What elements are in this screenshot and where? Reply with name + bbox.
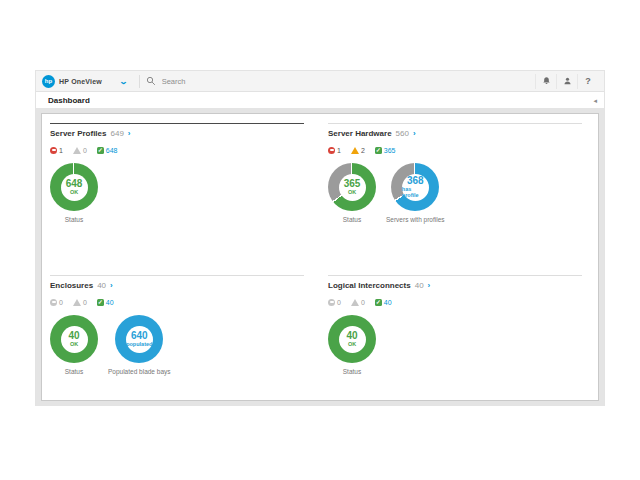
- ok-count-group[interactable]: 40: [375, 299, 392, 306]
- donut-ring: 40 OK: [50, 315, 98, 363]
- help-icon[interactable]: ?: [577, 74, 598, 89]
- warning-status-icon: [73, 299, 81, 306]
- notifications-bell-icon[interactable]: [535, 74, 556, 89]
- section-server-hardware: Server Hardware 560 › 1 2: [320, 114, 598, 266]
- top-bar: hp HP OneView ⌄: [36, 71, 604, 92]
- ok-count-group[interactable]: 40: [97, 299, 114, 306]
- critical-count-group[interactable]: 1: [328, 147, 341, 154]
- profiles-donut-chart[interactable]: 368 has profile Servers with profiles: [386, 163, 445, 223]
- section-count-link[interactable]: 560: [396, 129, 409, 138]
- search-box: [146, 76, 535, 87]
- divider: [139, 75, 140, 88]
- chevron-right-icon[interactable]: ›: [128, 129, 131, 138]
- critical-count-group[interactable]: 0: [328, 299, 341, 306]
- breadcrumb-row: Dashboard ◂: [36, 92, 604, 108]
- warning-status-icon: [351, 147, 359, 154]
- search-icon: [146, 76, 156, 86]
- warning-status-icon: [73, 147, 81, 154]
- ok-status-icon: [375, 147, 382, 154]
- donut-ring: 40 OK: [328, 315, 376, 363]
- chevron-right-icon[interactable]: ›: [110, 281, 113, 290]
- section-logical-interconnects: Logical Interconnects 40 › 0 0: [320, 266, 598, 400]
- section-title: Server Profiles: [50, 129, 106, 138]
- screenshot-canvas: hp HP OneView ⌄: [0, 0, 640, 480]
- donut-label: Status: [343, 368, 361, 375]
- status-summary-row: 0 0 40: [50, 298, 304, 306]
- donut-label: Status: [65, 368, 83, 375]
- status-summary-row: 1 0 648: [50, 146, 304, 154]
- donut-label: Status: [65, 216, 83, 223]
- ok-status-icon: [375, 299, 382, 306]
- hp-logo-icon: hp: [42, 75, 55, 88]
- donut-ring: 640 populated: [115, 315, 163, 363]
- app-name: HP OneView: [59, 78, 102, 85]
- hp-oneview-app-window: hp HP OneView ⌄: [35, 70, 605, 406]
- section-enclosures: Enclosures 40 › 0 0: [42, 266, 320, 400]
- warning-count-group[interactable]: 0: [73, 147, 87, 154]
- critical-status-icon: [328, 147, 335, 154]
- ok-count-group[interactable]: 365: [375, 147, 396, 154]
- donut-label: Servers with profiles: [386, 216, 445, 223]
- user-account-icon[interactable]: [556, 74, 577, 89]
- status-donut-chart[interactable]: 40 OK Status: [328, 315, 376, 375]
- critical-count-group[interactable]: 1: [50, 147, 63, 154]
- section-divider: [328, 123, 582, 124]
- top-bar-icons: ?: [535, 74, 604, 89]
- section-server-profiles: Server Profiles 649 › 1 0: [42, 114, 320, 266]
- search-input[interactable]: [160, 76, 364, 87]
- blade-bays-donut-chart[interactable]: 640 populated Populated blade bays: [108, 315, 171, 375]
- warning-status-icon: [351, 299, 359, 306]
- critical-status-icon: [50, 299, 57, 306]
- ok-count-group[interactable]: 648: [97, 147, 118, 154]
- section-divider: [50, 123, 304, 124]
- chevron-right-icon[interactable]: ›: [413, 129, 416, 138]
- donut-label: Populated blade bays: [108, 368, 171, 375]
- section-divider: [50, 275, 304, 276]
- warning-count-group[interactable]: 0: [351, 299, 365, 306]
- warning-count-group[interactable]: 0: [73, 299, 87, 306]
- donut-ring: 365 OK: [328, 163, 376, 211]
- app-menu-dropdown[interactable]: hp HP OneView ⌄: [36, 75, 133, 88]
- section-count-link[interactable]: 40: [97, 281, 106, 290]
- section-divider: [328, 275, 582, 276]
- dashboard-content: Server Profiles 649 › 1 0: [36, 108, 604, 406]
- ok-status-icon: [97, 299, 104, 306]
- critical-status-icon: [328, 299, 335, 306]
- section-count-link[interactable]: 40: [415, 281, 424, 290]
- donut-ring: 368 has profile: [391, 163, 439, 211]
- status-summary-row: 1 2 365: [328, 146, 582, 154]
- status-donut-chart[interactable]: 40 OK Status: [50, 315, 98, 375]
- donut-label: Status: [343, 216, 361, 223]
- dashboard-panel: Server Profiles 649 › 1 0: [41, 113, 599, 401]
- collapse-panel-icon[interactable]: ◂: [593, 97, 597, 104]
- donut-ring: 648 OK: [50, 163, 98, 211]
- section-title: Server Hardware: [328, 129, 392, 138]
- section-title: Enclosures: [50, 281, 93, 290]
- critical-status-icon: [50, 147, 57, 154]
- page-title: Dashboard: [48, 96, 90, 105]
- chevron-down-icon[interactable]: ⌄: [119, 77, 128, 86]
- status-donut-chart[interactable]: 648 OK Status: [50, 163, 98, 223]
- chevron-right-icon[interactable]: ›: [428, 281, 431, 290]
- section-title: Logical Interconnects: [328, 281, 411, 290]
- warning-count-group[interactable]: 2: [351, 147, 365, 154]
- status-donut-chart[interactable]: 365 OK Status: [328, 163, 376, 223]
- ok-status-icon: [97, 147, 104, 154]
- status-summary-row: 0 0 40: [328, 298, 582, 306]
- section-count-link[interactable]: 649: [110, 129, 123, 138]
- critical-count-group[interactable]: 0: [50, 299, 63, 306]
